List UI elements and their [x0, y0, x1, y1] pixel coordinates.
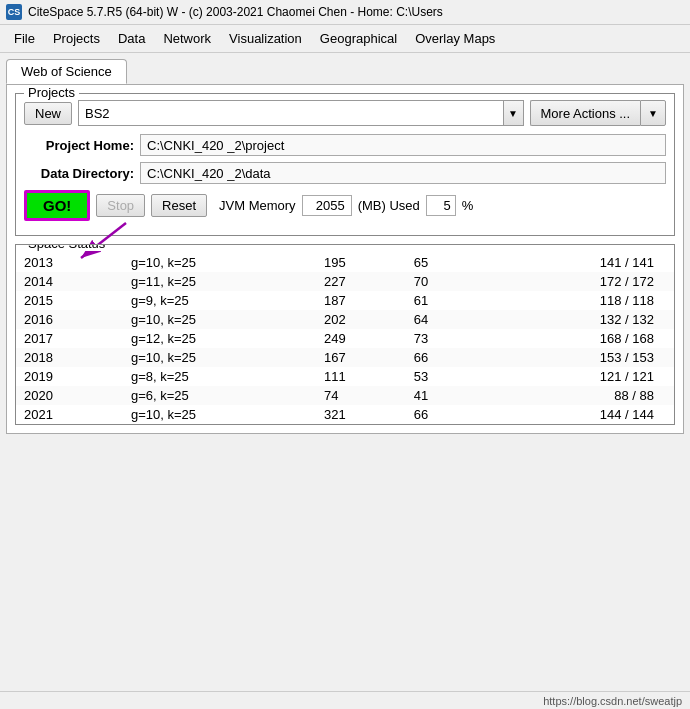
tab-web-of-science[interactable]: Web of Science [6, 59, 127, 84]
projects-section: Projects New BS2 ▼ More Actions ... ▼ Pr… [15, 93, 675, 236]
v1-cell: 227 [316, 272, 406, 291]
more-actions-arrow-icon[interactable]: ▼ [640, 100, 666, 126]
params-cell: g=10, k=25 [123, 253, 316, 272]
jvm-pct-unit-label: % [462, 198, 474, 213]
space-status-table: 2013 g=10, k=25 195 65 141 / 141 2014 g=… [16, 253, 674, 424]
params-cell: g=6, k=25 [123, 386, 316, 405]
tab-bar: Web of Science [6, 59, 684, 84]
year-cell: 2013 [16, 253, 123, 272]
jvm-value: 2055 [302, 195, 352, 216]
table-row: 2016 g=10, k=25 202 64 132 / 132 [16, 310, 674, 329]
space-status-label: Space Status [24, 244, 109, 251]
v3-cell: 153 / 153 [478, 348, 674, 367]
table-row: 2019 g=8, k=25 111 53 121 / 121 [16, 367, 674, 386]
more-actions-group: More Actions ... ▼ [530, 100, 667, 126]
table-row: 2015 g=9, k=25 187 61 118 / 118 [16, 291, 674, 310]
v3-cell: 118 / 118 [478, 291, 674, 310]
params-cell: g=11, k=25 [123, 272, 316, 291]
v1-cell: 74 [316, 386, 406, 405]
v2-cell: 64 [406, 310, 479, 329]
reset-button[interactable]: Reset [151, 194, 207, 217]
table-row: 2020 g=6, k=25 74 41 88 / 88 [16, 386, 674, 405]
v2-cell: 66 [406, 405, 479, 424]
dropdown-arrow-icon[interactable]: ▼ [503, 101, 523, 125]
table-row: 2018 g=10, k=25 167 66 153 / 153 [16, 348, 674, 367]
project-dropdown[interactable]: BS2 ▼ [78, 100, 523, 126]
table-row: 2017 g=12, k=25 249 73 168 / 168 [16, 329, 674, 348]
v1-cell: 321 [316, 405, 406, 424]
v3-cell: 172 / 172 [478, 272, 674, 291]
year-cell: 2014 [16, 272, 123, 291]
project-home-label: Project Home: [24, 138, 134, 153]
v3-cell: 121 / 121 [478, 367, 674, 386]
v2-cell: 73 [406, 329, 479, 348]
menu-projects[interactable]: Projects [45, 28, 108, 49]
v2-cell: 70 [406, 272, 479, 291]
data-directory-row: Data Directory: C:\CNKI_420 _2\data [24, 162, 666, 184]
more-actions-button[interactable]: More Actions ... [530, 100, 641, 126]
menu-visualization[interactable]: Visualization [221, 28, 310, 49]
v3-cell: 144 / 144 [478, 405, 674, 424]
projects-row: New BS2 ▼ More Actions ... ▼ [24, 100, 666, 126]
v2-cell: 66 [406, 348, 479, 367]
v1-cell: 111 [316, 367, 406, 386]
v1-cell: 187 [316, 291, 406, 310]
year-cell: 2018 [16, 348, 123, 367]
params-cell: g=12, k=25 [123, 329, 316, 348]
project-home-row: Project Home: C:\CNKI_420 _2\project [24, 134, 666, 156]
v3-cell: 132 / 132 [478, 310, 674, 329]
table-row: 2013 g=10, k=25 195 65 141 / 141 [16, 253, 674, 272]
main-panel: Projects New BS2 ▼ More Actions ... ▼ Pr… [6, 84, 684, 434]
project-name: BS2 [79, 106, 502, 121]
stop-button[interactable]: Stop [96, 194, 145, 217]
year-cell: 2016 [16, 310, 123, 329]
go-button[interactable]: GO! [24, 190, 90, 221]
v2-cell: 61 [406, 291, 479, 310]
new-button[interactable]: New [24, 102, 72, 125]
app-icon: CS [6, 4, 22, 20]
data-directory-label: Data Directory: [24, 166, 134, 181]
projects-section-label: Projects [24, 85, 79, 100]
space-status-section: Space Status 2013 g=10, k=25 195 65 141 … [15, 244, 675, 425]
table-row: 2014 g=11, k=25 227 70 172 / 172 [16, 272, 674, 291]
menu-geographical[interactable]: Geographical [312, 28, 405, 49]
params-cell: g=10, k=25 [123, 310, 316, 329]
v2-cell: 65 [406, 253, 479, 272]
table-row: 2021 g=10, k=25 321 66 144 / 144 [16, 405, 674, 424]
v1-cell: 195 [316, 253, 406, 272]
menu-bar: File Projects Data Network Visualization… [0, 25, 690, 53]
space-status-table-container[interactable]: 2013 g=10, k=25 195 65 141 / 141 2014 g=… [16, 253, 674, 424]
jvm-pct-value: 5 [426, 195, 456, 216]
params-cell: g=9, k=25 [123, 291, 316, 310]
v3-cell: 168 / 168 [478, 329, 674, 348]
status-text: https://blog.csdn.net/sweatjp [543, 695, 682, 707]
params-cell: g=10, k=25 [123, 405, 316, 424]
jvm-unit-label: (MB) Used [358, 198, 420, 213]
params-cell: g=8, k=25 [123, 367, 316, 386]
v2-cell: 41 [406, 386, 479, 405]
menu-data[interactable]: Data [110, 28, 153, 49]
menu-overlay-maps[interactable]: Overlay Maps [407, 28, 503, 49]
params-cell: g=10, k=25 [123, 348, 316, 367]
v1-cell: 249 [316, 329, 406, 348]
year-cell: 2019 [16, 367, 123, 386]
action-row: GO! Stop Reset JVM Memory 2055 (MB) Used… [24, 190, 666, 221]
v1-cell: 167 [316, 348, 406, 367]
project-home-value: C:\CNKI_420 _2\project [140, 134, 666, 156]
year-cell: 2015 [16, 291, 123, 310]
title-bar: CS CiteSpace 5.7.R5 (64-bit) W - (c) 200… [0, 0, 690, 25]
v1-cell: 202 [316, 310, 406, 329]
status-bar: https://blog.csdn.net/sweatjp [0, 691, 690, 709]
jvm-memory-label: JVM Memory [219, 198, 296, 213]
year-cell: 2020 [16, 386, 123, 405]
title-text: CiteSpace 5.7.R5 (64-bit) W - (c) 2003-2… [28, 5, 443, 19]
year-cell: 2017 [16, 329, 123, 348]
menu-file[interactable]: File [6, 28, 43, 49]
menu-network[interactable]: Network [155, 28, 219, 49]
data-directory-value: C:\CNKI_420 _2\data [140, 162, 666, 184]
main-content: Web of Science Projects New BS2 ▼ More A… [0, 53, 690, 440]
year-cell: 2021 [16, 405, 123, 424]
v3-cell: 88 / 88 [478, 386, 674, 405]
v2-cell: 53 [406, 367, 479, 386]
v3-cell: 141 / 141 [478, 253, 674, 272]
